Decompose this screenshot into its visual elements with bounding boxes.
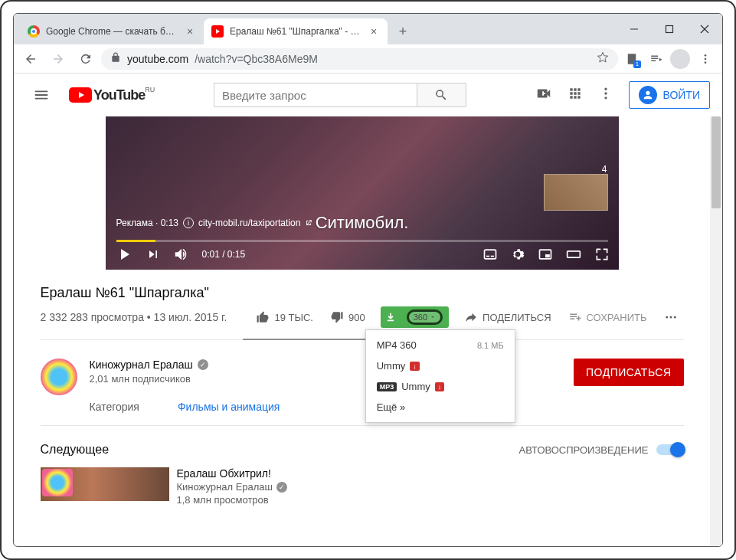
download-quality-selector[interactable]: 360 [401,306,449,328]
svg-rect-11 [486,256,489,257]
search-button[interactable] [417,83,466,107]
fullscreen-button[interactable] [594,247,610,262]
player-time: 0:01 / 0:15 [202,249,246,260]
next-channel-name: Киножурнал Ералаш [177,481,273,493]
tab-title: Ералаш №61 "Шпаргалка" - You [230,26,361,37]
next-video-title: Ералаш Обхитрил! [177,467,288,480]
autoplay-label: АВТОВОСПРОИЗВЕДЕНИЕ [519,444,649,456]
video-overlay-text: Ситимобил. [316,213,409,233]
download-option-mp4[interactable]: MP4 360 8.1 МБ [366,335,515,355]
svg-point-5 [705,57,707,60]
chrome-favicon [28,25,40,38]
settings-button[interactable] [510,247,525,262]
download-option-more[interactable]: Ещё » [366,397,515,418]
nav-reload[interactable] [74,47,98,71]
tab-close[interactable]: × [184,25,196,38]
video-player[interactable]: 4 Ситимобил. Реклама · 0:13 i city-mobil… [106,116,619,270]
download-option-mp3[interactable]: MP3Ummy↓ [366,376,515,397]
hamburger-menu[interactable] [26,80,57,110]
window-minimize[interactable] [617,14,652,44]
dd-ummy2-label: Ummy [401,381,430,392]
next-heading: Следующее [41,443,110,457]
youtube-header: YouTube RU ВОЙТИ [14,74,722,116]
next-video-item[interactable]: Ералаш Обхитрил! Киножурнал Ералаш✓ 1,8 … [41,467,684,506]
youtube-favicon [211,25,224,38]
svg-point-17 [666,316,668,319]
like-count: 19 ТЫС. [274,312,313,323]
category-value[interactable]: Фильмы и анимация [178,401,280,413]
chevron-down-icon [430,314,436,320]
omnibox[interactable]: youtube.com/watch?v=Qbc38A6Me9M [101,48,618,70]
ad-info[interactable]: Реклама · 0:13 i city-mobil.ru/taxiporta… [116,218,313,228]
channel-avatar[interactable] [41,359,77,395]
tab-close[interactable]: × [368,25,380,38]
window-close[interactable] [687,14,722,44]
ad-url: city-mobil.ru/taxiportation [198,218,300,228]
apps-grid-icon[interactable] [568,86,583,104]
svg-point-7 [604,88,607,90]
youtube-region: RU [145,86,155,93]
info-icon[interactable]: i [183,218,194,228]
scrollbar[interactable] [710,116,722,546]
scrollbar-thumb[interactable] [711,116,721,208]
channel-name[interactable]: Киножурнал Ералаш [90,359,193,371]
next-video-thumbnail[interactable]: 4 [544,174,608,211]
download-group: 360 MP4 360 8.1 МБ Ummy↓ [381,306,449,328]
address-bar: youtube.com/watch?v=Qbc38A6Me9M 1 [14,44,722,74]
extension-badge: 1 [633,61,641,68]
youtube-logo-text: YouTube [93,87,145,103]
dislike-count: 900 [348,312,365,323]
external-link-icon [305,219,312,227]
subscribe-button[interactable]: ПОДПИСАТЬСЯ [574,359,683,386]
browser-tab-youtube[interactable]: Ералаш №61 "Шпаргалка" - You × [204,18,388,44]
window-maximize[interactable] [652,14,687,44]
svg-rect-15 [567,251,580,257]
svg-point-8 [604,92,607,94]
player-controls: 0:01 / 0:15 [106,239,619,270]
channel-subscribers: 2,01 млн подписчиков [90,373,280,385]
star-icon[interactable] [597,51,609,66]
dd-mp4-label: MP4 360 [377,339,417,351]
subtitles-button[interactable] [482,247,498,262]
nav-forward [46,47,70,71]
nav-back[interactable] [18,47,43,71]
like-button[interactable]: 19 ТЫС. [250,306,319,329]
search-input[interactable] [214,83,417,107]
browser-menu[interactable] [693,47,718,71]
volume-button[interactable] [173,246,190,263]
play-button[interactable] [115,245,133,264]
svg-rect-14 [545,254,550,257]
profile-avatar[interactable] [670,49,690,69]
signin-button[interactable]: ВОЙТИ [629,81,710,109]
lock-icon [110,52,121,65]
svg-point-18 [669,316,672,319]
next-button[interactable] [146,247,161,262]
search-container [214,83,466,107]
download-button[interactable] [381,306,401,328]
more-menu-icon[interactable] [598,86,613,104]
browser-tab-chrome[interactable]: Google Chrome — скачать бесп × [20,18,204,44]
new-tab-button[interactable]: + [392,21,414,42]
save-button[interactable]: СОХРАНИТЬ [562,306,653,329]
share-button[interactable]: ПОДЕЛИТЬСЯ [458,306,557,329]
svg-rect-1 [666,26,673,33]
video-title: Ералаш №61 "Шпаргалка" [41,285,684,301]
more-actions[interactable] [658,306,684,329]
signin-label: ВОЙТИ [663,89,700,101]
autoplay-toggle[interactable] [656,444,684,455]
next-video-thumb [41,467,169,501]
theater-button[interactable] [565,247,582,262]
create-video-icon[interactable] [535,85,552,105]
dd-mp4-size: 8.1 МБ [477,341,504,350]
youtube-logo[interactable]: YouTube RU [69,87,145,103]
miniplayer-button[interactable] [538,247,553,262]
url-path: /watch?v=Qbc38A6Me9M [195,53,318,65]
svg-point-9 [604,97,607,99]
media-control-icon[interactable] [646,48,667,70]
download-option-ummy1[interactable]: Ummy↓ [366,355,515,376]
quality-label: 360 [414,313,427,322]
youtube-logo-icon [69,87,92,103]
dislike-button[interactable]: 900 [324,306,371,329]
verified-icon: ✓ [276,482,287,493]
extension-icon[interactable]: 1 [621,48,643,70]
